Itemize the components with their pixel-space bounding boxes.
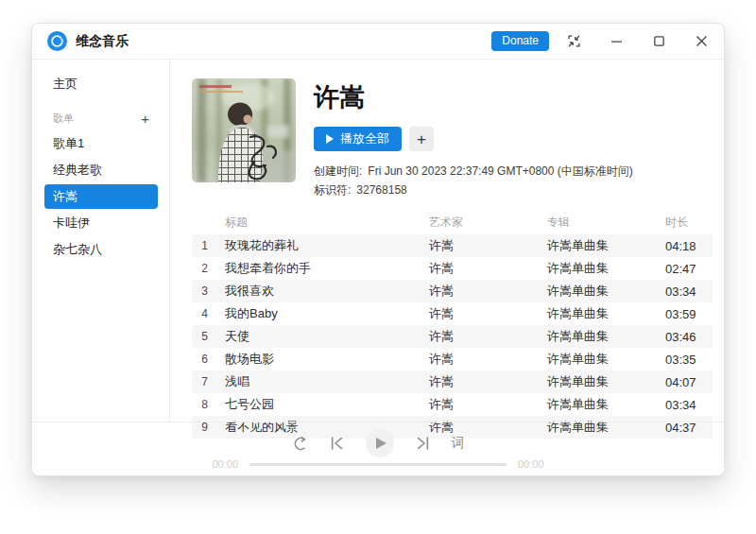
sidebar: 主页 歌单 + 歌单1 经典老歌 许嵩 卡哇伊 杂七杂八 xyxy=(32,60,170,422)
app-title: 维念音乐 xyxy=(76,33,129,50)
song-artist: 许嵩 xyxy=(429,305,547,322)
repeat-icon[interactable] xyxy=(292,437,308,451)
play-icon xyxy=(326,134,334,144)
song-number: 7 xyxy=(192,375,214,388)
playlist-list: 歌单1 经典老歌 许嵩 卡哇伊 杂七杂八 xyxy=(44,131,158,262)
close-button[interactable] xyxy=(694,34,709,49)
playlist-section-header: 歌单 + xyxy=(44,112,158,126)
song-album: 许嵩单曲集 xyxy=(547,328,665,345)
sidebar-item-playlist[interactable]: 歌单1 xyxy=(44,131,158,156)
progress-row: 00:00 00:00 xyxy=(32,458,724,470)
app-window: 维念音乐 Donate xyxy=(31,23,725,476)
song-artist: 许嵩 xyxy=(429,260,547,277)
identifier-value: 32768158 xyxy=(356,183,406,197)
song-row[interactable]: 6 散场电影 许嵩 许嵩单曲集 03:35 xyxy=(192,348,713,370)
app-logo-icon xyxy=(47,31,67,51)
total-time: 00:00 xyxy=(518,458,544,470)
song-number: 2 xyxy=(192,262,214,275)
song-table: 标题 艺术家 专辑 时长 1 玫瑰花的葬礼 许嵩 许嵩单曲集 04:18 xyxy=(192,212,713,439)
song-duration: 04:18 xyxy=(665,239,713,253)
song-artist: 许嵩 xyxy=(429,373,547,390)
song-artist: 许嵩 xyxy=(429,237,547,254)
donate-button[interactable]: Donate xyxy=(491,31,549,51)
song-artist: 许嵩 xyxy=(429,351,547,368)
song-row[interactable]: 4 我的Baby 许嵩 许嵩单曲集 03:59 xyxy=(192,302,713,325)
playlist-header: 许嵩 播放全部 + 创建时间:Fri Jun 30 2023 22:37:49 … xyxy=(192,78,713,199)
column-title: 标题 xyxy=(214,215,429,231)
song-duration: 02:47 xyxy=(665,262,713,276)
song-title: 七号公园 xyxy=(214,396,429,413)
song-album: 许嵩单曲集 xyxy=(547,305,665,322)
next-track-icon[interactable] xyxy=(417,437,429,450)
song-title: 我想牵着你的手 xyxy=(214,260,429,277)
song-number: 3 xyxy=(192,284,214,298)
song-album: 许嵩单曲集 xyxy=(547,260,665,277)
song-table-body: 1 玫瑰花的葬礼 许嵩 许嵩单曲集 04:18 2 我想牵着你的手 许嵩 许嵩单… xyxy=(192,234,713,439)
song-number: 6 xyxy=(192,353,214,366)
song-number: 8 xyxy=(192,398,214,411)
song-duration: 03:46 xyxy=(665,330,713,344)
song-artist: 许嵩 xyxy=(429,283,547,300)
main-area: 主页 歌单 + 歌单1 经典老歌 许嵩 卡哇伊 杂七杂八 xyxy=(32,60,724,422)
song-number: 1 xyxy=(192,239,214,252)
fullscreen-toggle-icon[interactable] xyxy=(566,34,581,49)
song-row[interactable]: 8 七号公园 许嵩 许嵩单曲集 03:34 xyxy=(192,393,713,416)
sidebar-item-playlist[interactable]: 杂七杂八 xyxy=(44,237,158,262)
song-album: 许嵩单曲集 xyxy=(547,237,665,254)
play-triangle-icon xyxy=(376,438,387,449)
identifier-row: 标识符:32768158 xyxy=(314,181,633,199)
play-all-button[interactable]: 播放全部 xyxy=(314,127,402,151)
song-album: 许嵩单曲集 xyxy=(547,373,665,390)
album-cover-image xyxy=(192,78,296,182)
column-artist: 艺术家 xyxy=(429,215,547,231)
song-duration: 03:59 xyxy=(665,307,713,321)
song-artist: 许嵩 xyxy=(429,328,547,345)
created-time-row: 创建时间:Fri Jun 30 2023 22:37:49 GMT+0800 (… xyxy=(314,162,633,181)
song-row[interactable]: 1 玫瑰花的葬礼 许嵩 许嵩单曲集 04:18 xyxy=(192,234,713,257)
song-album: 许嵩单曲集 xyxy=(547,396,665,413)
playlist-title: 许嵩 xyxy=(314,80,633,114)
add-playlist-icon[interactable]: + xyxy=(141,112,149,126)
song-row[interactable]: 5 天使 许嵩 许嵩单曲集 03:46 xyxy=(192,325,713,348)
song-album: 许嵩单曲集 xyxy=(547,283,665,300)
playlist-meta: 创建时间:Fri Jun 30 2023 22:37:49 GMT+0800 (… xyxy=(314,162,633,199)
song-album: 许嵩单曲集 xyxy=(547,351,665,368)
content-area: 许嵩 播放全部 + 创建时间:Fri Jun 30 2023 22:37:49 … xyxy=(170,60,724,422)
sidebar-item-home[interactable]: 主页 xyxy=(44,72,158,96)
song-duration: 03:34 xyxy=(665,284,713,299)
add-song-button[interactable]: + xyxy=(409,127,434,151)
song-title: 浅唱 xyxy=(214,373,429,390)
sidebar-item-playlist[interactable]: 许嵩 xyxy=(44,184,158,209)
song-row[interactable]: 3 我很喜欢 许嵩 许嵩单曲集 03:34 xyxy=(192,280,713,302)
playlist-info: 许嵩 播放全部 + 创建时间:Fri Jun 30 2023 22:37:49 … xyxy=(314,78,633,199)
playlist-section-label: 歌单 xyxy=(53,112,74,126)
column-duration: 时长 xyxy=(665,215,713,231)
lyrics-button[interactable]: 词 xyxy=(452,435,465,452)
created-time-value: Fri Jun 30 2023 22:37:49 GMT+0800 (中国标准时… xyxy=(368,164,632,178)
sidebar-item-playlist[interactable]: 卡哇伊 xyxy=(44,211,158,235)
play-pause-button[interactable] xyxy=(366,429,394,457)
previous-track-icon[interactable] xyxy=(331,437,343,450)
progress-bar[interactable] xyxy=(249,463,507,466)
song-row[interactable]: 2 我想牵着你的手 许嵩 许嵩单曲集 02:47 xyxy=(192,257,713,280)
song-number: 4 xyxy=(192,307,214,320)
song-number: 5 xyxy=(192,330,214,343)
identifier-label: 标识符: xyxy=(314,183,351,197)
song-artist: 许嵩 xyxy=(429,396,547,413)
column-album: 专辑 xyxy=(547,215,665,231)
created-time-label: 创建时间: xyxy=(314,164,362,178)
maximize-button[interactable] xyxy=(651,34,666,49)
song-row[interactable]: 7 浅唱 许嵩 许嵩单曲集 04:07 xyxy=(192,370,713,393)
song-title: 我很喜欢 xyxy=(214,283,429,300)
sidebar-item-playlist[interactable]: 经典老歌 xyxy=(44,158,158,182)
song-duration: 03:35 xyxy=(665,353,713,367)
song-title: 散场电影 xyxy=(214,351,429,368)
player-bar: 词 00:00 00:00 xyxy=(32,422,724,475)
song-duration: 03:34 xyxy=(665,398,713,412)
player-controls: 词 xyxy=(32,429,724,457)
minimize-button[interactable] xyxy=(609,34,624,49)
window-controls xyxy=(566,34,709,49)
song-table-header: 标题 艺术家 专辑 时长 xyxy=(192,212,713,233)
song-title: 天使 xyxy=(214,328,429,345)
titlebar: 维念音乐 Donate xyxy=(32,24,724,60)
